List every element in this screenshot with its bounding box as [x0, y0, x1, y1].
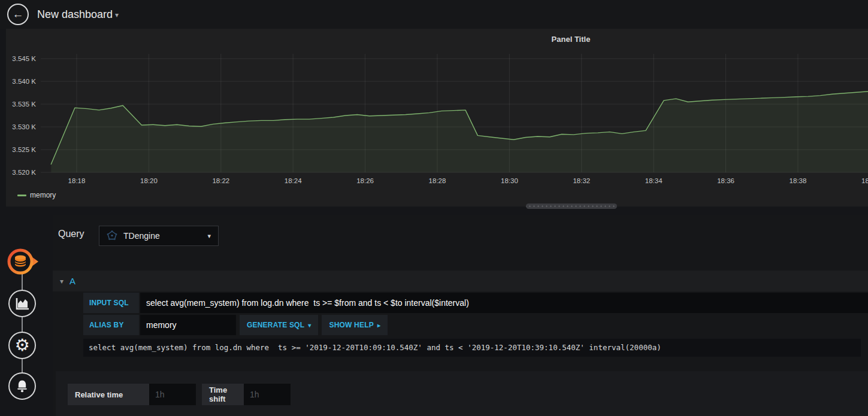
svg-text:18:28: 18:28	[429, 177, 446, 184]
back-button[interactable]: ←	[7, 4, 29, 25]
time-options-section: Relative time Time shift	[56, 371, 868, 416]
sidebar-tab-alert[interactable]	[8, 372, 36, 400]
query-row-header[interactable]: ▾ A	[53, 271, 868, 291]
graph-panel: 3.545 K3.540 K3.535 K3.530 K3.525 K3.520…	[6, 29, 868, 207]
alias-by-field[interactable]	[140, 315, 236, 335]
time-options-row: Relative time Time shift	[68, 384, 291, 405]
legend-label[interactable]: memory	[30, 191, 56, 199]
svg-text:3.535 K: 3.535 K	[12, 101, 36, 108]
svg-text:18:38: 18:38	[790, 177, 807, 184]
generate-sql-button[interactable]: GENERATE SQL ▾	[240, 315, 318, 335]
svg-text:18:36: 18:36	[717, 177, 734, 184]
alias-by-label: ALIAS BY	[83, 315, 139, 335]
panel-title[interactable]: Panel Title	[552, 35, 591, 44]
svg-text:18:32: 18:32	[573, 177, 590, 184]
time-shift-input[interactable]	[244, 384, 291, 405]
collapse-caret-icon[interactable]: ▾	[60, 277, 63, 286]
svg-text:18:40: 18:40	[861, 177, 868, 184]
navbar: ← New dashboard ▾	[0, 0, 868, 29]
legend-swatch	[17, 195, 26, 196]
sidebar-tab-visualization[interactable]	[8, 290, 36, 317]
timeseries-chart[interactable]: 3.545 K3.540 K3.535 K3.530 K3.525 K3.520…	[6, 29, 868, 207]
datasource-name: TDengine	[123, 231, 201, 241]
grafana-panel-editor: ← New dashboard ▾ 3.545 K3.540 K3.535 K3…	[0, 0, 868, 416]
svg-text:18:20: 18:20	[140, 177, 158, 184]
panel-resize-handle[interactable]	[526, 204, 617, 209]
bell-icon	[14, 378, 30, 394]
caret-down-icon: ▾	[308, 322, 311, 329]
svg-text:3.525 K: 3.525 K	[12, 146, 36, 153]
gear-icon: ⚙	[14, 337, 29, 354]
alias-by-row: ALIAS BY GENERATE SQL ▾ SHOW HELP ▸	[83, 315, 388, 335]
query-ref-id: A	[69, 276, 75, 286]
legend: memory	[17, 191, 56, 199]
caret-right-icon: ▸	[377, 322, 380, 329]
svg-text:18:26: 18:26	[356, 177, 374, 184]
area-chart-icon	[13, 294, 31, 312]
svg-text:3.540 K: 3.540 K	[12, 78, 36, 85]
chevron-down-icon[interactable]: ▾	[115, 0, 119, 29]
svg-text:3.530 K: 3.530 K	[12, 123, 36, 130]
query-section-title: Query	[58, 229, 84, 239]
query-editor-pane: Query TDengine ▾ ▾ A INPUT SQL ALIAS BY …	[53, 215, 868, 416]
datasource-picker[interactable]: TDengine ▾	[99, 226, 219, 246]
tdengine-logo-icon	[107, 230, 117, 241]
show-help-button[interactable]: SHOW HELP ▸	[322, 315, 388, 335]
chevron-down-icon: ▾	[207, 232, 211, 240]
svg-text:18:22: 18:22	[212, 177, 229, 184]
input-sql-row: INPUT SQL	[83, 293, 868, 313]
dashboard-title[interactable]: New dashboard	[37, 0, 113, 29]
sidebar-tab-queries[interactable]	[5, 247, 39, 277]
tab-rail-connector	[22, 262, 23, 386]
svg-text:18:18: 18:18	[68, 177, 86, 184]
input-sql-field[interactable]	[140, 293, 868, 313]
svg-text:3.545 K: 3.545 K	[12, 55, 36, 62]
svg-text:18:34: 18:34	[645, 177, 663, 184]
back-arrow-icon: ←	[13, 8, 24, 21]
svg-text:3.520 K: 3.520 K	[12, 169, 36, 176]
time-shift-label: Time shift	[202, 384, 244, 405]
svg-text:18:24: 18:24	[285, 177, 302, 184]
sidebar-tab-general[interactable]: ⚙	[8, 332, 36, 359]
database-marker-icon	[5, 247, 39, 277]
generated-sql-text: select avg(mem_system) from log.dn where…	[83, 339, 861, 357]
input-sql-label: INPUT SQL	[83, 293, 139, 313]
relative-time-input[interactable]	[149, 384, 196, 405]
svg-text:18:30: 18:30	[501, 177, 518, 184]
relative-time-label: Relative time	[68, 384, 149, 405]
